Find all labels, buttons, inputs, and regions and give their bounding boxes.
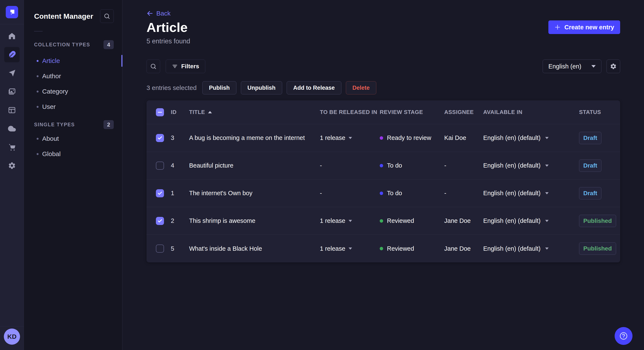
table-row[interactable]: 3 A bug is becoming a meme on the intern… bbox=[146, 124, 620, 152]
bullet-icon bbox=[37, 138, 38, 140]
sidebar-item-author[interactable]: Author bbox=[24, 68, 122, 84]
check-icon bbox=[158, 191, 162, 196]
publish-button[interactable]: Publish bbox=[202, 81, 236, 94]
column-header-to-be-released-in[interactable]: TO BE RELEASED IN bbox=[320, 109, 380, 116]
user-avatar[interactable]: KD bbox=[4, 329, 20, 345]
unpublish-button[interactable]: Unpublish bbox=[241, 81, 282, 94]
release-value: 1 release bbox=[320, 245, 345, 252]
cell-available-in[interactable]: English (en) (default) bbox=[483, 134, 579, 141]
row-checkbox[interactable] bbox=[156, 189, 164, 197]
sidebar-item-label: Author bbox=[42, 72, 61, 80]
back-link[interactable]: Back bbox=[146, 10, 170, 17]
row-checkbox[interactable] bbox=[156, 217, 164, 225]
nav-media-library-button[interactable] bbox=[4, 84, 20, 99]
entries-table: ID TITLE TO BE RELEASED IN REVIEW STAGE … bbox=[146, 100, 620, 262]
sidebar-item-article[interactable]: Article bbox=[24, 53, 122, 68]
icon-rail: KD bbox=[0, 0, 24, 350]
cell-assignee: - bbox=[444, 190, 483, 197]
bullet-icon bbox=[37, 60, 38, 62]
collection-types-label: COLLECTION TYPES bbox=[34, 42, 90, 48]
nav-content-manager-button[interactable] bbox=[4, 47, 20, 62]
cell-title: A bug is becoming a meme on the internet bbox=[189, 134, 320, 141]
sidebar-item-category[interactable]: Category bbox=[24, 84, 122, 99]
strapi-logo[interactable] bbox=[6, 6, 18, 18]
nav-settings-button[interactable] bbox=[4, 158, 20, 173]
list-search-button[interactable] bbox=[146, 59, 160, 73]
nav-marketplace-button[interactable] bbox=[4, 140, 20, 155]
nav-home-button[interactable] bbox=[4, 28, 20, 44]
cell-release[interactable]: 1 release bbox=[320, 245, 380, 252]
table-row[interactable]: 4 Beautiful picture - To do - English (e… bbox=[146, 152, 620, 179]
cell-status: Draft bbox=[579, 132, 616, 144]
back-label: Back bbox=[156, 10, 170, 17]
create-new-entry-button[interactable]: Create new entry bbox=[548, 20, 620, 34]
column-header-assignee[interactable]: ASSIGNEE bbox=[444, 109, 483, 116]
locale-select[interactable]: English (en) bbox=[543, 59, 602, 73]
cell-release[interactable]: 1 release bbox=[320, 134, 380, 141]
stage-dot-icon bbox=[380, 136, 383, 140]
nav-content-type-builder-button[interactable] bbox=[4, 103, 20, 118]
nav-deploy-button[interactable] bbox=[4, 121, 20, 136]
release-value: - bbox=[320, 190, 322, 197]
gear-icon bbox=[610, 63, 617, 70]
entries-count-text: 5 entries found bbox=[146, 37, 620, 45]
plus-icon bbox=[554, 24, 561, 30]
table-row[interactable]: 5 What's inside a Black Hole 1 release R… bbox=[146, 235, 620, 262]
nav-releases-button[interactable] bbox=[4, 65, 20, 81]
cell-review-stage: Reviewed bbox=[380, 245, 444, 252]
select-all-checkbox[interactable] bbox=[156, 108, 164, 116]
filters-label: Filters bbox=[181, 63, 199, 70]
cell-review-stage: To do bbox=[380, 162, 444, 169]
status-badge: Draft bbox=[579, 187, 602, 199]
column-header-id[interactable]: ID bbox=[171, 109, 189, 116]
collection-types-count-badge: 4 bbox=[104, 40, 114, 49]
cell-release[interactable]: 1 release bbox=[320, 217, 380, 224]
status-badge: Published bbox=[579, 215, 616, 227]
help-button[interactable] bbox=[614, 327, 632, 345]
release-value: 1 release bbox=[320, 134, 345, 141]
arrow-left-icon bbox=[146, 10, 153, 17]
chevron-down-icon bbox=[545, 137, 548, 139]
cell-id: 5 bbox=[171, 245, 189, 252]
table-row[interactable]: 2 This shrimp is awesome 1 release Revie… bbox=[146, 207, 620, 235]
cell-review-stage: Ready to review bbox=[380, 134, 444, 141]
row-checkbox[interactable] bbox=[156, 162, 164, 170]
sidebar-item-about[interactable]: About bbox=[24, 131, 122, 146]
locale-value: English (en) (default) bbox=[483, 162, 540, 169]
add-to-release-button[interactable]: Add to Release bbox=[287, 81, 342, 94]
view-settings-button[interactable] bbox=[606, 59, 620, 73]
column-header-status[interactable]: STATUS bbox=[579, 109, 616, 116]
create-new-entry-label: Create new entry bbox=[564, 24, 614, 31]
cell-available-in[interactable]: English (en) (default) bbox=[483, 245, 579, 252]
table-row[interactable]: 1 The internet's Own boy - To do - Engli… bbox=[146, 179, 620, 207]
column-header-review-stage[interactable]: REVIEW STAGE bbox=[380, 109, 444, 116]
cell-available-in[interactable]: English (en) (default) bbox=[483, 162, 579, 169]
media-images-icon bbox=[8, 88, 16, 96]
cloud-icon bbox=[8, 124, 16, 133]
sidebar-item-global[interactable]: Global bbox=[24, 146, 122, 162]
cell-available-in[interactable]: English (en) (default) bbox=[483, 217, 579, 224]
cell-assignee: Jane Doe bbox=[444, 217, 483, 224]
cell-assignee: Jane Doe bbox=[444, 245, 483, 252]
cell-title: What's inside a Black Hole bbox=[189, 245, 320, 252]
stage-dot-icon bbox=[380, 191, 383, 195]
sidebar-item-user[interactable]: User bbox=[24, 99, 122, 114]
cell-release: - bbox=[320, 190, 380, 197]
column-header-available-in[interactable]: AVAILABLE IN bbox=[483, 109, 579, 116]
subnav-search-button[interactable] bbox=[100, 9, 114, 23]
strapi-logo-icon bbox=[8, 8, 16, 16]
bullet-icon bbox=[37, 75, 38, 77]
question-circle-icon bbox=[619, 332, 628, 341]
cell-id: 2 bbox=[171, 217, 189, 224]
sort-ascending-icon bbox=[208, 111, 212, 113]
sidebar-item-label: About bbox=[42, 135, 59, 142]
row-checkbox[interactable] bbox=[156, 245, 164, 253]
locale-value: English (en) (default) bbox=[483, 190, 540, 197]
column-header-title[interactable]: TITLE bbox=[189, 109, 320, 116]
delete-button[interactable]: Delete bbox=[346, 81, 376, 94]
gear-icon bbox=[8, 162, 16, 170]
row-checkbox[interactable] bbox=[156, 134, 164, 142]
cell-available-in[interactable]: English (en) (default) bbox=[483, 190, 579, 197]
status-badge: Draft bbox=[579, 160, 602, 172]
filters-button[interactable]: Filters bbox=[166, 59, 205, 73]
